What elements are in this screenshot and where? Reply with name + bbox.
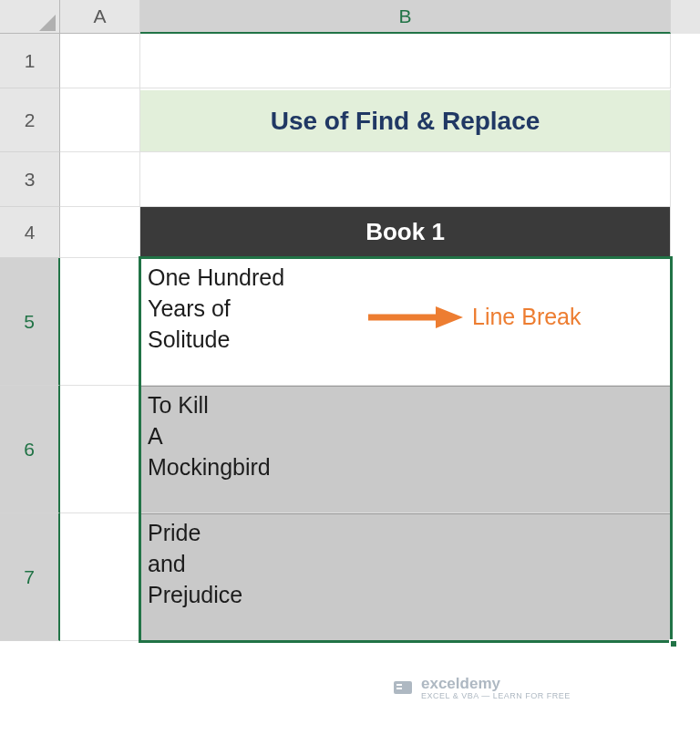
row-header-4[interactable]: 4: [0, 207, 60, 258]
watermark-name: exceldemy: [421, 675, 571, 693]
table-row[interactable]: Pride and Prejudice: [140, 513, 671, 641]
watermark: exceldemy EXCEL & VBA — LEARN FOR FREE: [392, 675, 571, 700]
logo-icon: [392, 677, 414, 699]
cell-A4[interactable]: [60, 207, 140, 258]
svg-rect-4: [396, 684, 402, 686]
column-headers: A B: [60, 0, 700, 34]
cell-B3[interactable]: [140, 152, 671, 207]
cell-B1[interactable]: [140, 34, 671, 88]
title-text: Use of Find & Replace: [271, 107, 540, 136]
watermark-tagline: EXCEL & VBA — LEARN FOR FREE: [421, 691, 571, 700]
row-header-7[interactable]: 7: [0, 513, 60, 641]
table-row[interactable]: To Kill A Mockingbird: [140, 386, 671, 513]
row-header-3[interactable]: 3: [0, 152, 60, 207]
row-header-1[interactable]: 1: [0, 34, 60, 88]
cell-A5[interactable]: [60, 258, 140, 386]
row-header-6[interactable]: 6: [0, 386, 60, 513]
row-headers: 1 2 3 4 5 6 7: [0, 34, 60, 641]
cell-A6[interactable]: [60, 386, 140, 513]
svg-rect-5: [396, 688, 402, 689]
table-row[interactable]: One Hundred Years of Solitude: [140, 258, 671, 386]
cell-A3[interactable]: [60, 152, 140, 207]
title-cell[interactable]: Use of Find & Replace: [140, 88, 671, 152]
svg-marker-0: [39, 15, 56, 31]
cell-text: To Kill A Mockingbird: [148, 390, 271, 482]
table-header-text: Book 1: [365, 218, 445, 246]
cell-A1[interactable]: [60, 34, 140, 88]
select-all-triangle-icon: [39, 15, 56, 31]
row-header-2[interactable]: 2: [0, 88, 60, 152]
cell-A7[interactable]: [60, 513, 140, 641]
cell-text: Pride and Prejudice: [148, 518, 242, 610]
column-header-A[interactable]: A: [60, 0, 140, 34]
row-header-5[interactable]: 5: [0, 258, 60, 386]
column-header-B[interactable]: B: [140, 0, 671, 34]
cell-A2[interactable]: [60, 88, 140, 152]
cell-text: One Hundred Years of Solitude: [148, 263, 284, 355]
table-header-cell[interactable]: Book 1: [140, 207, 671, 258]
select-all-corner[interactable]: [0, 0, 60, 34]
